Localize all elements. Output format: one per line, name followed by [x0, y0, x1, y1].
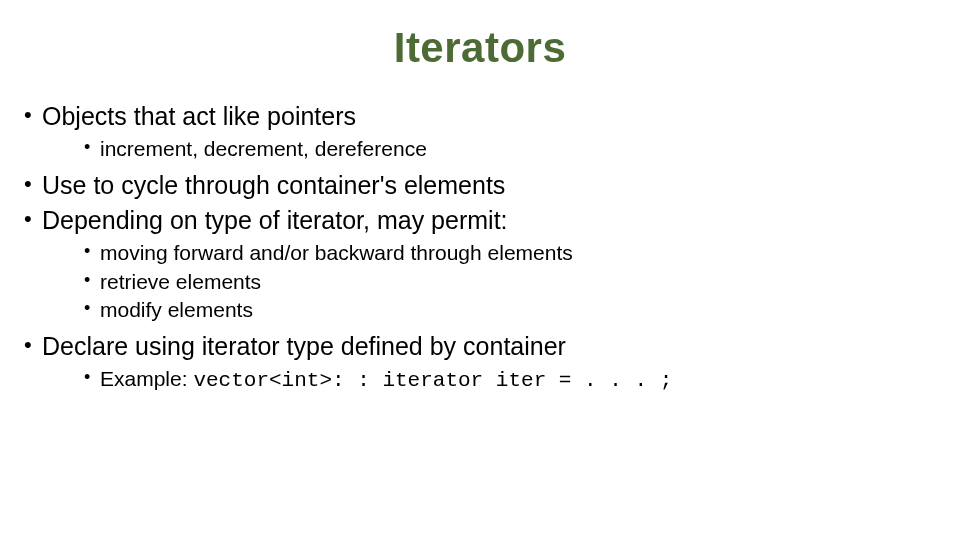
- bullet-item: Depending on type of iterator, may permi…: [22, 204, 938, 324]
- sub-text: moving forward and/or backward through e…: [100, 241, 573, 264]
- sub-text: retrieve elements: [100, 270, 261, 293]
- sub-item: Example: vector<int>: : iterator iter = …: [42, 365, 938, 395]
- slide-title: Iterators: [22, 24, 938, 72]
- slide: Iterators Objects that act like pointers…: [0, 0, 960, 540]
- sub-item: moving forward and/or backward through e…: [42, 239, 938, 267]
- sub-text: increment, decrement, dereference: [100, 137, 427, 160]
- sub-text-prefix: Example:: [100, 367, 193, 390]
- code-snippet: vector<int>: : iterator iter = . . . ;: [193, 369, 672, 392]
- bullet-text: Use to cycle through container's element…: [42, 171, 505, 199]
- bullet-text: Depending on type of iterator, may permi…: [42, 206, 508, 234]
- bullet-item: Use to cycle through container's element…: [22, 169, 938, 202]
- sub-text: modify elements: [100, 298, 253, 321]
- bullet-list: Objects that act like pointers increment…: [22, 100, 938, 396]
- bullet-text: Objects that act like pointers: [42, 102, 356, 130]
- bullet-item: Declare using iterator type defined by c…: [22, 330, 938, 395]
- sub-list: increment, decrement, dereference: [42, 135, 938, 163]
- sub-list: moving forward and/or backward through e…: [42, 239, 938, 324]
- sub-item: retrieve elements: [42, 268, 938, 296]
- bullet-text: Declare using iterator type defined by c…: [42, 332, 566, 360]
- sub-list: Example: vector<int>: : iterator iter = …: [42, 365, 938, 395]
- bullet-item: Objects that act like pointers increment…: [22, 100, 938, 163]
- sub-item: modify elements: [42, 296, 938, 324]
- sub-item: increment, decrement, dereference: [42, 135, 938, 163]
